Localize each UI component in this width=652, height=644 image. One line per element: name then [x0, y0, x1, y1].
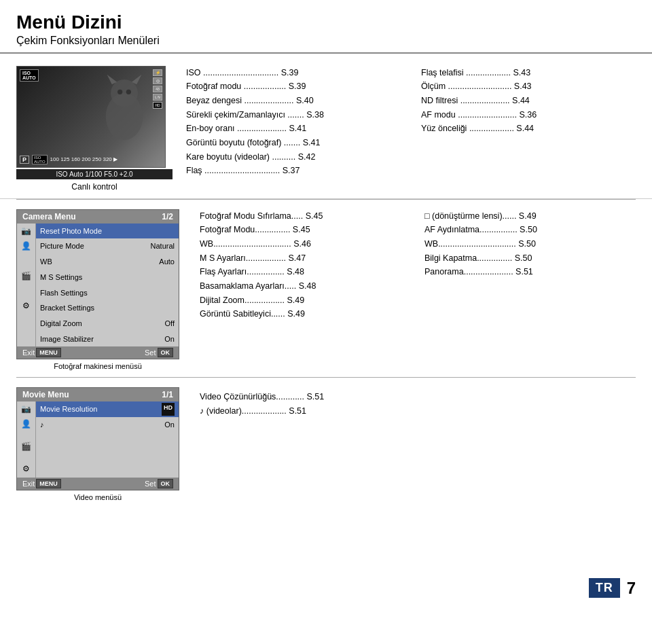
movie-footer-right: Set OK: [145, 479, 173, 488]
tab-icon-settings: ⚙: [17, 298, 35, 313]
menu-row-reset[interactable]: Reset Photo Mode: [36, 223, 179, 239]
svg-point-1: [111, 79, 138, 107]
movie-resolution-label: Movie Resolution: [40, 403, 97, 416]
cm-item-af-light: AF Aydınlatma................ S.50: [424, 223, 636, 237]
movie-sound-value: On: [164, 418, 175, 431]
iso-auto-small: ISOAUTO: [32, 155, 48, 164]
p-mode-box: P: [20, 156, 29, 164]
menu-item-fotograf-modu: Fotoğraf modu .................. S.39: [186, 79, 401, 94]
cm-item-panorama: Panorama..................... S.51: [424, 265, 636, 279]
iso-info-bar: ISO Auto 1/100 F5.0 +2.0: [16, 169, 173, 179]
movie-rows-container: Movie Resolution HD ♪ On: [36, 401, 179, 477]
icon-timer: ◎: [153, 77, 162, 84]
menu-row-ms-label: M S Settings: [40, 271, 82, 284]
top-menu-right-col: Flaş telafisi ................... S.43 Ö…: [421, 66, 636, 192]
movie-footer-left: Exit MENU: [22, 479, 61, 488]
cm-item-ms: M S Ayarları................. S.47: [200, 251, 411, 266]
menu-row-wb-value: Auto: [159, 255, 175, 268]
movie-empty-3: [36, 463, 179, 478]
tab-icon-person: 👤: [17, 238, 35, 253]
camera-menu-page: 1/2: [162, 212, 173, 221]
cm-item-wb: WB................................. S.46: [200, 237, 411, 251]
movie-menu-button[interactable]: MENU: [36, 479, 61, 488]
vm-item-cozunurluk: Video Çözünürlüğüs............ S.51: [200, 390, 636, 404]
movie-tab-icon-camera: 📷: [17, 401, 35, 416]
cm-item-basamak: Basamaklama Ayarları..... S.48: [200, 279, 411, 293]
video-menu-label: Video menüsü: [16, 493, 179, 501]
camera-info-text: 100 125 160 200 250 320 ▶: [50, 156, 117, 162]
menu-item-af: AF modu ......................... S.36: [421, 108, 636, 122]
page-header: Menü Dizini Çekim Fonksiyonları Menüleri: [0, 0, 652, 54]
movie-menu-footer: Exit MENU Set OK: [17, 478, 179, 490]
menu-row-image-stabilizer-label: Image Stabilizer: [40, 333, 94, 346]
middle-section: Camera Menu 1/2 📷 👤 🎬 ⚙ Reset Photo Mod: [0, 200, 652, 378]
cm-item-bilgi: Bilgi Kapatma............... S.50: [424, 251, 636, 266]
bottom-section: Movie Menu 1/1 📷 👤 🎬 ⚙ Movie Resolution: [0, 378, 652, 507]
cm-item-goruntu: Görüntü Sabitleyici...... S.49: [200, 307, 411, 321]
cm-item-sfirla: Fotoğraf Modu Sıfırlama..... S.45: [200, 209, 411, 223]
icon-ln: L N: [153, 94, 162, 101]
menu-row-wb[interactable]: WB Auto: [36, 254, 179, 270]
menu-item-enboy: En-boy oranı ..................... S.41: [186, 122, 401, 136]
cat-image: [97, 73, 151, 141]
camera-menu-panel: Camera Menu 1/2 📷 👤 🎬 ⚙ Reset Photo Mod: [16, 209, 179, 371]
menu-item-flas: Flaş ................................ S.…: [186, 164, 401, 178]
menu-row-bracket[interactable]: Bracket Settings: [36, 300, 179, 316]
movie-sound-label: ♪: [40, 418, 44, 431]
tab-icon-camera: 📷: [17, 223, 35, 238]
canli-kontrol: Canlı kontrol: [16, 182, 173, 192]
camera-p-mode: P ISOAUTO 100 125 160 200 250 320 ▶: [20, 155, 162, 164]
icons-right: ⚡ ◎ 43 L N HD: [153, 69, 162, 109]
cm-item-flas: Flaş Ayarları................ S.48: [200, 265, 411, 279]
footer-right: Set OK: [145, 348, 173, 357]
menu-panel-footer: Exit MENU Set OK: [17, 346, 179, 359]
movie-ok-button[interactable]: OK: [158, 479, 174, 488]
movie-tab-icon-settings: ⚙: [17, 461, 35, 476]
cm-item-lens: □ (dönüştürme lensi)...... S.49: [424, 209, 636, 223]
menu-row-digital-zoom-label: Digital Zoom: [40, 317, 82, 330]
cm-item-dijital: Dijital Zoom................. S.49: [200, 293, 411, 308]
movie-empty-2: [36, 448, 179, 463]
cm-item-wb2: WB................................. S.50: [424, 237, 636, 251]
menu-item-flas-telafisi: Flaş telafisi ................... S.43: [421, 66, 636, 80]
ok-button[interactable]: OK: [158, 348, 174, 357]
tab-icons: 📷 👤 🎬 ⚙: [17, 223, 36, 347]
movie-tab-icon-person: 👤: [17, 416, 35, 431]
menu-button[interactable]: MENU: [36, 348, 61, 357]
menu-item-beyaz: Beyaz dengesi ..................... S.40: [186, 94, 401, 108]
movie-row-resolution[interactable]: Movie Resolution HD: [36, 401, 179, 417]
svg-point-5: [126, 89, 131, 94]
cm-item-fotomodu: Fotoğraf Modu............... S.45: [200, 223, 411, 237]
movie-row-sound[interactable]: ♪ On: [36, 417, 179, 433]
movie-resolution-value: HD: [162, 403, 175, 416]
menu-row-ms[interactable]: M S Settings: [36, 270, 179, 285]
menu-row-flash[interactable]: Flash Settings: [36, 285, 179, 301]
camera-menu-content-col1: Fotoğraf Modu Sıfırlama..... S.45 Fotoğr…: [200, 209, 411, 371]
menu-row-picture[interactable]: Picture Mode Natural: [36, 238, 179, 254]
menu-row-wb-label: WB: [40, 255, 52, 268]
page-number: 7: [627, 579, 636, 598]
movie-exit-label: Exit: [22, 480, 35, 488]
menu-row-digital-zoom-value: Off: [165, 317, 175, 330]
tr-badge: TR: [589, 578, 620, 598]
menu-row-picture-label: Picture Mode: [40, 240, 84, 253]
movie-menu-right-content: Video Çözünürlüğüs............ S.51 ♪ (v…: [200, 387, 636, 501]
iso-badge: ISOAUTO: [20, 69, 39, 82]
menu-row-digital-zoom[interactable]: Digital Zoom Off: [36, 316, 179, 332]
footer-left: Exit MENU: [22, 348, 61, 357]
top-menu-content: ISO ................................ S.3…: [186, 66, 636, 192]
icon-flash: ⚡: [153, 69, 162, 76]
exit-label: Exit: [22, 348, 35, 357]
tr-badge-area: TR 7: [589, 578, 636, 598]
menu-row-image-stabilizer[interactable]: Image Stabilizer On: [36, 332, 179, 347]
set-label: Set: [145, 348, 156, 357]
tab-icon-video: 🎬: [17, 253, 35, 298]
page-subtitle: Çekim Fonksiyonları Menüleri: [16, 35, 636, 47]
menu-item-olcum: Ölçüm ........................... S.43: [421, 79, 636, 94]
camera-display: ISOAUTO ⚡ ◎ 43 L N HD: [16, 66, 173, 192]
movie-set-label: Set: [145, 480, 156, 488]
menu-item-surekli: Sürekli çekim/Zamanlayıcı ....... S.38: [186, 108, 401, 122]
menu-item-kare: Kare boyutu (videolar) .......... S.42: [186, 150, 401, 164]
menu-row-bracket-label: Bracket Settings: [40, 302, 94, 315]
menu-item-nd: ND filtresi ..................... S.44: [421, 94, 636, 108]
